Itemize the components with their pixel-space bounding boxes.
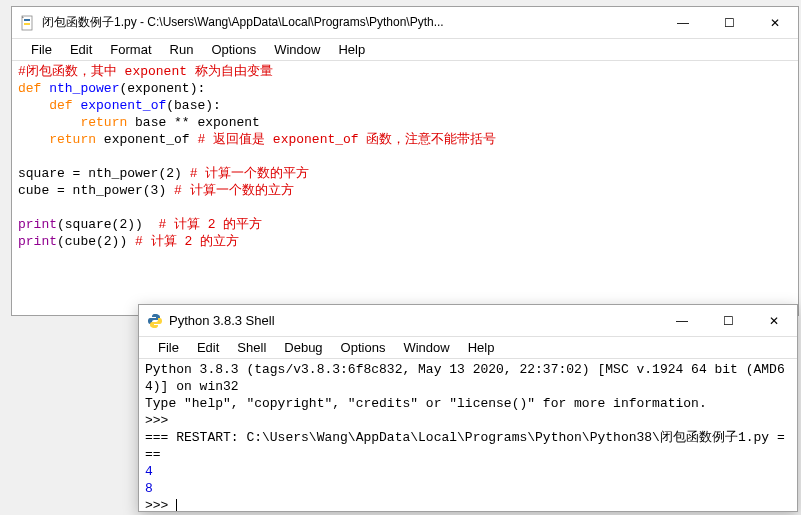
code-funcname: exponent_of bbox=[80, 98, 166, 113]
editor-title-text: 闭包函数例子1.py - C:\Users\Wang\AppData\Local… bbox=[42, 14, 660, 31]
menu-help[interactable]: Help bbox=[459, 340, 504, 355]
shell-title-text: Python 3.8.3 Shell bbox=[169, 313, 659, 328]
menu-run[interactable]: Run bbox=[161, 42, 203, 57]
editor-code-area[interactable]: #闭包函数，其中 exponent 称为自由变量 def nth_power(e… bbox=[12, 61, 798, 315]
shell-output: 4 bbox=[145, 464, 153, 479]
maximize-button[interactable]: ☐ bbox=[706, 7, 752, 38]
shell-banner: Python 3.8.3 (tags/v3.8.3:6f8c832, May 1… bbox=[145, 362, 785, 394]
shell-restart: === RESTART: C:\Users\Wang\AppData\Local… bbox=[145, 430, 785, 462]
maximize-button[interactable]: ☐ bbox=[705, 305, 751, 336]
code-params: (exponent): bbox=[119, 81, 205, 96]
menu-window[interactable]: Window bbox=[394, 340, 458, 355]
shell-window-controls: — ☐ ✕ bbox=[659, 305, 797, 336]
svg-rect-2 bbox=[24, 23, 30, 25]
menu-edit[interactable]: Edit bbox=[61, 42, 101, 57]
shell-prompt: >>> bbox=[145, 413, 168, 428]
menu-file[interactable]: File bbox=[149, 340, 188, 355]
menu-options[interactable]: Options bbox=[202, 42, 265, 57]
python-shell-icon bbox=[147, 313, 163, 329]
code-stmt: square = nth_power(2) bbox=[18, 166, 190, 181]
text-cursor bbox=[176, 499, 177, 511]
code-comment: # 返回值是 exponent_of 函数，注意不能带括号 bbox=[197, 132, 496, 147]
code-builtin: print bbox=[18, 217, 57, 232]
shell-banner: Type "help", "copyright", "credits" or "… bbox=[145, 396, 707, 411]
code-comment: # 计算一个数的立方 bbox=[174, 183, 294, 198]
shell-output: 8 bbox=[145, 481, 153, 496]
editor-titlebar[interactable]: 闭包函数例子1.py - C:\Users\Wang\AppData\Local… bbox=[12, 7, 798, 39]
minimize-button[interactable]: — bbox=[660, 7, 706, 38]
menu-options[interactable]: Options bbox=[332, 340, 395, 355]
close-button[interactable]: ✕ bbox=[752, 7, 798, 38]
code-args: (square(2)) bbox=[57, 217, 158, 232]
editor-window-controls: — ☐ ✕ bbox=[660, 7, 798, 38]
svg-rect-1 bbox=[24, 19, 30, 21]
code-comment: #闭包函数，其中 exponent 称为自由变量 bbox=[18, 64, 273, 79]
code-params: (base): bbox=[166, 98, 221, 113]
code-builtin: print bbox=[18, 234, 57, 249]
menu-help[interactable]: Help bbox=[329, 42, 374, 57]
code-stmt: cube = nth_power(3) bbox=[18, 183, 174, 198]
menu-shell[interactable]: Shell bbox=[228, 340, 275, 355]
code-comment: # 计算一个数的平方 bbox=[190, 166, 310, 181]
code-args: (cube(2)) bbox=[57, 234, 135, 249]
code-keyword: def bbox=[18, 81, 41, 96]
code-keyword: return bbox=[80, 115, 127, 130]
menu-window[interactable]: Window bbox=[265, 42, 329, 57]
editor-menubar: File Edit Format Run Options Window Help bbox=[12, 39, 798, 61]
editor-window: 闭包函数例子1.py - C:\Users\Wang\AppData\Local… bbox=[11, 6, 799, 316]
minimize-button[interactable]: — bbox=[659, 305, 705, 336]
code-keyword: def bbox=[49, 98, 72, 113]
code-expr: exponent_of bbox=[96, 132, 197, 147]
shell-titlebar[interactable]: Python 3.8.3 Shell — ☐ ✕ bbox=[139, 305, 797, 337]
menu-debug[interactable]: Debug bbox=[275, 340, 331, 355]
python-file-icon bbox=[20, 15, 36, 31]
code-comment: # 计算 2 的平方 bbox=[158, 217, 262, 232]
code-keyword: return bbox=[49, 132, 96, 147]
code-funcname: nth_power bbox=[49, 81, 119, 96]
menu-file[interactable]: File bbox=[22, 42, 61, 57]
code-expr: base ** exponent bbox=[127, 115, 260, 130]
shell-menubar: File Edit Shell Debug Options Window Hel… bbox=[139, 337, 797, 359]
menu-edit[interactable]: Edit bbox=[188, 340, 228, 355]
code-comment: # 计算 2 的立方 bbox=[135, 234, 239, 249]
close-button[interactable]: ✕ bbox=[751, 305, 797, 336]
shell-prompt: >>> bbox=[145, 498, 168, 511]
shell-window: Python 3.8.3 Shell — ☐ ✕ File Edit Shell… bbox=[138, 304, 798, 512]
menu-format[interactable]: Format bbox=[101, 42, 160, 57]
shell-output-area[interactable]: Python 3.8.3 (tags/v3.8.3:6f8c832, May 1… bbox=[139, 359, 797, 511]
